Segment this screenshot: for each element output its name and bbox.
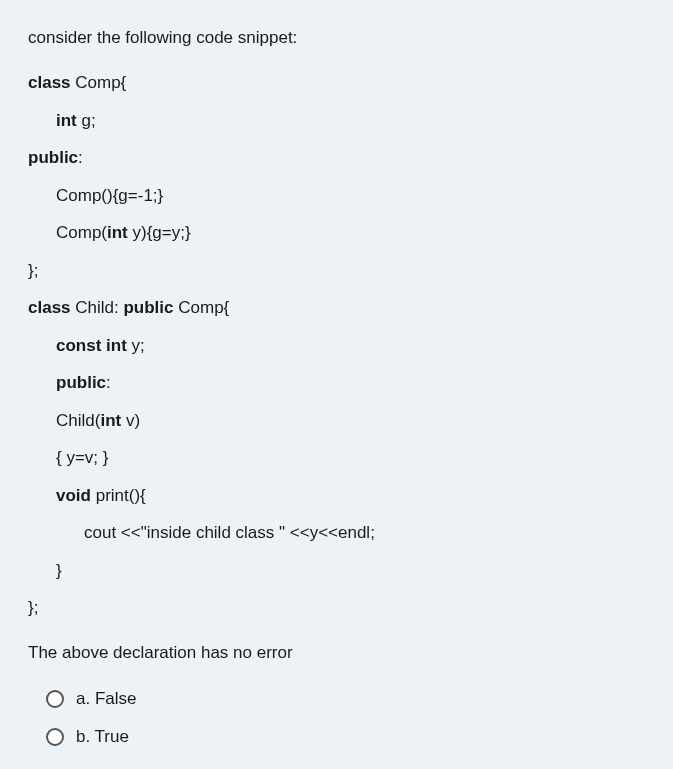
keyword: public: [28, 148, 78, 167]
code-text: };: [28, 598, 38, 617]
code-line: class Comp{: [28, 70, 645, 96]
question-intro: consider the following code snippet:: [28, 28, 645, 48]
code-line: Child(int v): [28, 408, 645, 434]
code-text: };: [28, 261, 38, 280]
code-text: print(){: [91, 486, 146, 505]
code-line: { y=v; }: [28, 445, 645, 471]
keyword: class: [28, 298, 71, 317]
code-line: };: [28, 595, 645, 621]
keyword: const int: [56, 336, 127, 355]
keyword: int: [107, 223, 128, 242]
code-text: Comp(){g=-1;}: [56, 186, 163, 205]
code-text: { y=v; }: [56, 448, 108, 467]
question-conclusion: The above declaration has no error: [28, 643, 645, 663]
code-text: Comp{: [174, 298, 230, 317]
code-text: Child:: [71, 298, 124, 317]
code-line: const int y;: [28, 333, 645, 359]
keyword: int: [100, 411, 121, 430]
code-line: Comp(){g=-1;}: [28, 183, 645, 209]
radio-icon[interactable]: [46, 728, 64, 746]
code-text: cout <<"inside child class " <<y<<endl;: [84, 523, 375, 542]
code-text: }: [56, 561, 62, 580]
option-label: b. True: [76, 727, 129, 747]
code-text: Child(: [56, 411, 100, 430]
code-line: void print(){: [28, 483, 645, 509]
code-text: :: [106, 373, 111, 392]
code-text: y;: [127, 336, 145, 355]
code-text: Comp(: [56, 223, 107, 242]
option-b[interactable]: b. True: [46, 727, 645, 747]
code-text: :: [78, 148, 83, 167]
code-text: Comp{: [71, 73, 127, 92]
code-line: Comp(int y){g=y;}: [28, 220, 645, 246]
code-line: };: [28, 258, 645, 284]
code-line: }: [28, 558, 645, 584]
code-line: public:: [28, 145, 645, 171]
keyword: public: [123, 298, 173, 317]
code-text: v): [121, 411, 140, 430]
code-text: y){g=y;}: [128, 223, 191, 242]
keyword: void: [56, 486, 91, 505]
answer-options: a. False b. True: [28, 689, 645, 747]
code-line: int g;: [28, 108, 645, 134]
keyword: class: [28, 73, 71, 92]
code-line: class Child: public Comp{: [28, 295, 645, 321]
code-text: g;: [77, 111, 96, 130]
option-a[interactable]: a. False: [46, 689, 645, 709]
code-line: public:: [28, 370, 645, 396]
radio-icon[interactable]: [46, 690, 64, 708]
code-line: cout <<"inside child class " <<y<<endl;: [28, 520, 645, 546]
option-label: a. False: [76, 689, 136, 709]
code-snippet: class Comp{ int g; public: Comp(){g=-1;}…: [28, 70, 645, 621]
keyword: int: [56, 111, 77, 130]
keyword: public: [56, 373, 106, 392]
